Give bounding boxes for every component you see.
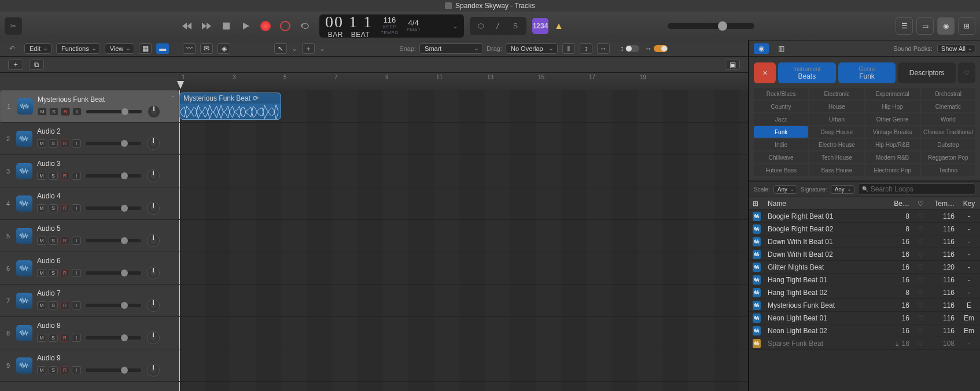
mute-button[interactable]: M — [37, 172, 46, 180]
track-type-icon[interactable] — [16, 131, 32, 147]
col-key[interactable]: Key — [958, 200, 980, 208]
track-lane[interactable] — [179, 285, 748, 317]
genre-tag[interactable]: Dubstep — [921, 139, 975, 150]
track-type-icon[interactable] — [16, 293, 32, 309]
volume-slider[interactable] — [86, 110, 142, 113]
rewind-button[interactable] — [178, 17, 196, 35]
record-enable-button[interactable]: R — [60, 237, 69, 245]
add-chevron-icon[interactable]: ⌄ — [319, 45, 325, 53]
add-tool[interactable]: ＋ — [302, 43, 315, 54]
genre-tag[interactable]: Modern R&B — [865, 152, 920, 163]
track-header[interactable]: 9Audio 9MSRI — [0, 349, 179, 382]
pan-knob[interactable] — [148, 105, 160, 118]
genre-tag[interactable]: Orchestral — [921, 88, 975, 99]
pan-knob[interactable] — [147, 234, 160, 247]
master-volume-slider[interactable] — [668, 23, 754, 29]
loop-favorite[interactable]: ♡ — [913, 289, 928, 297]
volume-slider[interactable] — [86, 368, 141, 372]
grid-view-button[interactable]: ▦ — [139, 43, 152, 54]
vertical-zoom-button[interactable]: ↕ — [580, 43, 592, 54]
loop-row[interactable]: Neon Light Beat 0116♡116Em — [749, 312, 980, 324]
envelope-button[interactable]: ✉ — [200, 43, 213, 54]
input-monitor-button[interactable]: I — [72, 269, 81, 277]
pan-knob[interactable] — [147, 137, 160, 150]
loop-favorite[interactable]: ♡ — [913, 225, 928, 233]
master-tempo-button[interactable]: 1234 — [532, 18, 548, 34]
genre-tag[interactable]: Chinese Traditional — [921, 126, 975, 138]
record-enable-button[interactable]: R — [60, 172, 69, 180]
solo-button[interactable]: S — [49, 366, 58, 374]
mute-button[interactable]: M — [37, 301, 46, 309]
loop-row[interactable]: Down With It Beat 0216♡116- — [749, 248, 980, 261]
drag-select[interactable]: No Overlap — [506, 43, 558, 54]
pan-knob[interactable] — [147, 267, 160, 279]
col-tempo[interactable]: Tem… — [928, 200, 958, 208]
volume-slider[interactable] — [86, 271, 141, 275]
track-header[interactable]: 8Audio 8MSRI — [0, 317, 179, 349]
input-monitor-button[interactable]: I — [72, 172, 81, 180]
pan-knob[interactable] — [147, 364, 160, 377]
col-name[interactable]: Name — [764, 200, 889, 208]
play-button[interactable] — [237, 17, 255, 35]
descriptors-filter[interactable]: Descriptors — [898, 62, 956, 83]
loop-favorite[interactable]: ♡ — [913, 301, 928, 309]
mute-button[interactable]: M — [38, 108, 47, 116]
solo-button[interactable]: S — [49, 301, 58, 309]
record-enable-button[interactable]: R — [60, 301, 69, 309]
track-name[interactable]: Audio 4 — [37, 192, 174, 200]
track-name[interactable]: Audio 5 — [37, 224, 174, 233]
alert-icon[interactable]: ▲ — [554, 21, 563, 31]
track-header[interactable]: 1Mysterious Funk BeatMSRI — [0, 90, 179, 123]
track-type-icon[interactable] — [17, 98, 33, 115]
pan-knob[interactable] — [147, 331, 160, 344]
mute-button[interactable]: M — [37, 204, 46, 212]
loop-favorite[interactable]: ♡ — [913, 276, 928, 284]
record-enable-button[interactable]: R — [61, 108, 70, 116]
loop-column-view-button[interactable]: ▥ — [773, 43, 789, 54]
loop-row[interactable]: Glitter Nights Beat16♡120- — [749, 261, 980, 274]
sound-packs-select[interactable]: Show All — [937, 44, 975, 53]
genre-tag[interactable]: Funk — [754, 126, 808, 138]
record-enable-button[interactable]: R — [60, 334, 69, 342]
input-monitor-button[interactable]: I — [72, 366, 81, 374]
genre-tag[interactable]: House — [809, 101, 864, 112]
scissors-icon[interactable]: ✂ — [6, 19, 21, 34]
tuner-icon[interactable]: ⬡ — [473, 19, 488, 34]
loop-favorite[interactable]: ♡ — [913, 327, 928, 335]
solo-icon[interactable]: S — [508, 19, 523, 34]
genre-tag[interactable]: Country — [754, 101, 808, 112]
loop-favorite[interactable]: ♡ — [913, 314, 928, 322]
track-type-icon[interactable] — [16, 163, 32, 179]
record-button[interactable] — [257, 17, 274, 35]
volume-slider[interactable] — [86, 336, 141, 340]
loop-row[interactable]: Mysterious Funk Beat16♡116E — [749, 299, 980, 312]
genre-tag[interactable]: Deep House — [809, 126, 864, 138]
genre-tag[interactable]: World — [921, 113, 975, 125]
track-lane[interactable] — [179, 187, 748, 220]
genre-tag[interactable]: Electronic Pop — [865, 164, 920, 176]
genre-tag[interactable]: Tech House — [809, 152, 864, 163]
track-type-icon[interactable] — [16, 260, 32, 276]
edit-menu[interactable]: Edit — [24, 43, 51, 54]
loop-search-input[interactable]: Search Loops — [858, 183, 975, 195]
list-view-button[interactable]: ☰ — [896, 17, 913, 35]
track-header[interactable]: 6Audio 6MSRI — [0, 252, 179, 285]
timeline-ruler[interactable]: 135791113151719 — [179, 73, 748, 90]
loop-row[interactable]: Sparse Funk Beat⤓ 16♡108- — [749, 337, 980, 350]
volume-slider[interactable] — [86, 304, 141, 307]
capture-record-button[interactable] — [277, 17, 294, 35]
mute-button[interactable]: M — [37, 366, 46, 374]
view-menu[interactable]: View — [105, 43, 135, 54]
loops-view-button[interactable]: ◉ — [937, 17, 955, 35]
back-arrow-icon[interactable]: ↶ — [5, 41, 20, 56]
forward-button[interactable] — [198, 17, 215, 35]
pan-knob[interactable] — [147, 202, 160, 215]
pan-knob[interactable] — [147, 299, 160, 312]
notes-view-button[interactable]: ▭ — [916, 17, 934, 35]
add-track-button[interactable]: ＋ — [8, 60, 23, 70]
genre-tag[interactable]: Electro House — [809, 139, 864, 150]
instrument-filter[interactable]: Instrument Beats — [778, 62, 836, 83]
track-header[interactable]: 3Audio 3MSRI — [0, 155, 179, 187]
solo-button[interactable]: S — [49, 204, 58, 212]
track-name[interactable]: Audio 3 — [37, 160, 174, 168]
